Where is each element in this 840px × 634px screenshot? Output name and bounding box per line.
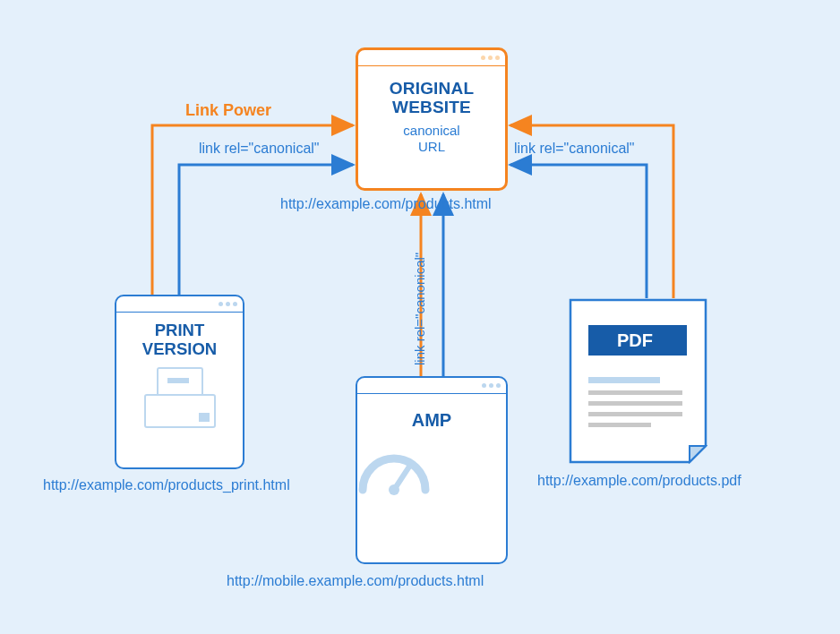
pdf-title: PDF xyxy=(617,330,653,350)
print-url: http://example.com/products_print.html xyxy=(43,477,290,493)
print-title: PRINTVERSION xyxy=(116,321,243,358)
amp-node: AMP xyxy=(356,376,508,564)
canonical-label-left: link rel="canonical" xyxy=(199,141,320,157)
browser-chrome-icon xyxy=(357,378,506,394)
gauge-icon xyxy=(357,450,431,495)
canonical-label-right: link rel="canonical" xyxy=(514,141,635,157)
svg-rect-4 xyxy=(588,401,682,406)
amp-url: http://mobile.example.com/products.html xyxy=(227,573,484,589)
svg-rect-5 xyxy=(588,412,682,416)
original-website-node: ORIGINALWEBSITE canonicalURL xyxy=(356,47,508,191)
original-subtitle: canonicalURL xyxy=(358,123,505,156)
svg-rect-2 xyxy=(588,377,660,383)
svg-rect-6 xyxy=(588,423,651,427)
svg-point-0 xyxy=(389,484,399,495)
amp-title: AMP xyxy=(357,410,506,431)
pdf-url: http://example.com/products.pdf xyxy=(537,473,741,489)
print-version-node: PRINTVERSION xyxy=(115,295,244,469)
link-power-label: Link Power xyxy=(185,101,271,120)
canonical-label-mid: link rel="canonical" xyxy=(412,253,427,365)
printer-icon xyxy=(144,367,216,430)
browser-chrome-icon xyxy=(358,50,505,66)
browser-chrome-icon xyxy=(116,296,243,313)
original-title: ORIGINALWEBSITE xyxy=(358,79,505,117)
original-url: http://example.com/products.html xyxy=(280,196,492,212)
pdf-node: PDF xyxy=(569,298,707,464)
svg-rect-3 xyxy=(588,390,682,395)
